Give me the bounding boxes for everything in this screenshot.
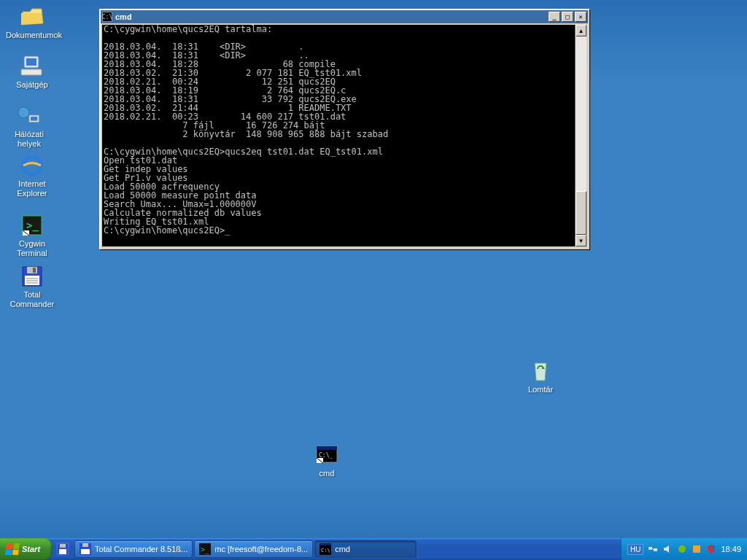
- svg-rect-25: [60, 544, 66, 548]
- svg-rect-26: [59, 549, 66, 554]
- taskbar-item-totalcommander[interactable]: Total Commander 8.51ß...: [74, 540, 193, 558]
- maximize-button[interactable]: □: [562, 12, 573, 22]
- tray-shield-icon[interactable]: [706, 544, 716, 554]
- svg-point-8: [23, 157, 41, 174]
- recyclebin-icon: [528, 359, 553, 384]
- svg-rect-40: [693, 545, 700, 553]
- task-label: cmd: [335, 545, 350, 553]
- desktop-icon-ie[interactable]: Internet Explorer: [6, 153, 58, 198]
- clock[interactable]: 18:49: [721, 545, 741, 553]
- icon-label: Lomtár: [514, 385, 567, 394]
- windows-flag-icon: [5, 543, 20, 555]
- taskbar: Start Total Commander 8.51ß... >_ mc [fr…: [0, 538, 747, 560]
- cmd-window: C:\ cmd _ □ ✕ C:\cygwin\home\qucs2EQ tar…: [99, 9, 589, 249]
- cmd-icon: C:\_: [314, 443, 339, 467]
- scrollbar[interactable]: ▲ ▼: [575, 25, 587, 246]
- scroll-up-button[interactable]: ▲: [576, 25, 587, 36]
- svg-rect-33: [320, 543, 331, 545]
- desktop-icon-documents[interactable]: Dokumentumok: [6, 4, 58, 40]
- svg-point-39: [678, 545, 686, 553]
- cygwin-icon: >_: [20, 213, 44, 238]
- minimize-button[interactable]: _: [549, 12, 560, 22]
- svg-rect-29: [81, 549, 90, 554]
- svg-text:>_: >_: [26, 219, 39, 232]
- close-button[interactable]: ✕: [575, 12, 587, 22]
- svg-rect-14: [33, 268, 36, 273]
- svg-line-37: [652, 548, 654, 550]
- ql-icon[interactable]: [56, 542, 69, 556]
- desktop-icon-tc[interactable]: Total Commander: [6, 264, 58, 309]
- icon-label: Total Commander: [6, 290, 58, 309]
- terminal-icon: >_: [199, 543, 211, 555]
- cmd-icon: C:\: [320, 543, 331, 555]
- titlebar[interactable]: C:\ cmd _ □ ✕: [101, 10, 588, 23]
- task-label: mc [freesoft@freedom-8...: [214, 545, 308, 553]
- folder-documents-icon: [20, 4, 44, 29]
- taskbar-item-mc[interactable]: >_ mc [freesoft@freedom-8...: [194, 540, 313, 558]
- tray-sound-icon[interactable]: [662, 544, 673, 554]
- start-button[interactable]: Start: [0, 538, 52, 560]
- svg-text:C:\_: C:\_: [319, 452, 333, 459]
- scroll-down-button[interactable]: ▼: [576, 235, 587, 246]
- svg-marker-38: [664, 545, 669, 553]
- desktop-icon-cmd[interactable]: C:\_ cmd: [301, 443, 353, 478]
- terminal-body[interactable]: C:\cygwin\home\qucs2EQ tartalma: 2018.03…: [102, 25, 587, 246]
- icon-label: Sajátgép: [6, 80, 58, 90]
- icon-label: Cygwin Terminal: [6, 239, 58, 258]
- language-indicator[interactable]: HU: [627, 544, 643, 555]
- svg-rect-28: [82, 543, 88, 547]
- taskbar-item-cmd[interactable]: C:\ cmd: [314, 540, 417, 558]
- quick-launch: [52, 542, 74, 556]
- desktop-icon-mycomputer[interactable]: Sajátgép: [6, 54, 58, 90]
- ie-icon: [20, 153, 44, 178]
- svg-rect-21: [317, 446, 337, 450]
- window-title: cmd: [115, 12, 547, 21]
- tray-network-icon[interactable]: [648, 544, 658, 554]
- desktop-icon-cygwin[interactable]: >_ Cygwin Terminal: [6, 213, 58, 258]
- task-label: Total Commander 8.51ß...: [95, 545, 187, 553]
- cmd-titlebar-icon: C:\: [102, 12, 112, 22]
- svg-point-5: [18, 107, 29, 118]
- svg-rect-4: [21, 69, 42, 75]
- svg-rect-36: [654, 548, 657, 551]
- terminal-output: C:\cygwin\home\qucs2EQ tartalma: 2018.03…: [102, 25, 575, 246]
- svg-rect-7: [31, 117, 37, 121]
- system-tray: HU 18:49: [621, 538, 747, 560]
- floppy-icon: [20, 264, 44, 289]
- svg-text:>_: >_: [201, 545, 210, 554]
- desktop-icon-recyclebin[interactable]: Lomtár: [514, 359, 567, 394]
- scroll-thumb[interactable]: [576, 191, 587, 235]
- desktop-icon-network[interactable]: Hálózati helyek: [3, 104, 55, 149]
- svg-marker-1: [21, 13, 43, 25]
- start-label: Start: [22, 545, 40, 553]
- floppy-icon: [80, 543, 91, 555]
- svg-rect-3: [26, 58, 36, 66]
- svg-rect-35: [649, 547, 652, 550]
- network-icon: [17, 104, 42, 128]
- svg-text:C:\: C:\: [321, 548, 330, 553]
- computer-icon: [20, 54, 44, 79]
- tray-app-icon[interactable]: [692, 544, 702, 554]
- icon-label: Hálózati helyek: [3, 130, 55, 149]
- icon-label: Internet Explorer: [6, 179, 58, 198]
- icon-label: cmd: [301, 469, 353, 478]
- tray-av-icon[interactable]: [677, 544, 687, 554]
- icon-label: Dokumentumok: [6, 31, 58, 40]
